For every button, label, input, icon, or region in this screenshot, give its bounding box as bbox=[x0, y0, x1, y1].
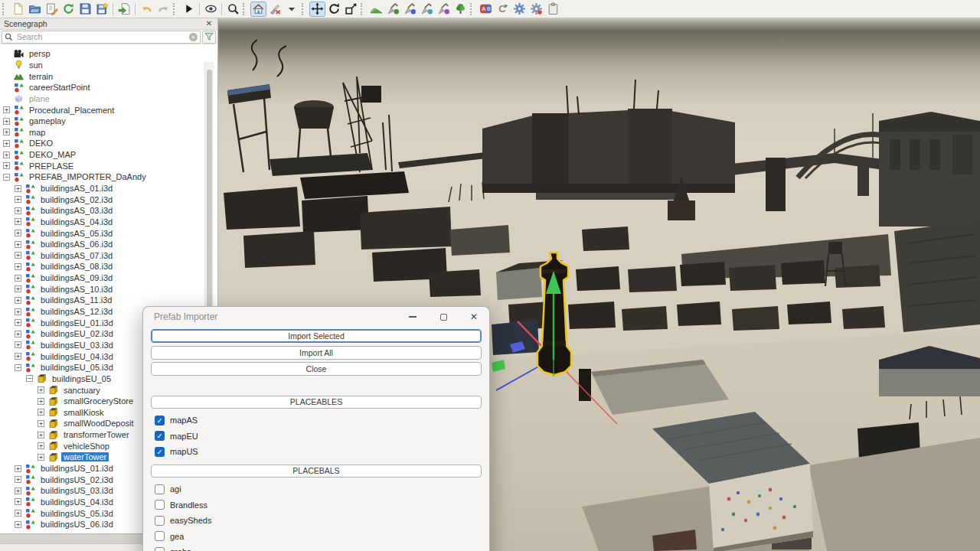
minimize-button[interactable] bbox=[397, 307, 428, 327]
home-camera-button[interactable] bbox=[250, 2, 266, 17]
tree-item-buildingsas-08-i3d[interactable]: +buildingsAS_08.i3d bbox=[0, 261, 217, 272]
foliage-tree-button[interactable] bbox=[452, 2, 469, 17]
collapse-icon[interactable]: − bbox=[3, 174, 10, 181]
expand-icon[interactable]: + bbox=[15, 319, 21, 326]
toolbar-grip[interactable] bbox=[173, 3, 177, 15]
expand-icon[interactable]: + bbox=[15, 476, 21, 483]
checkbox-row-groha[interactable]: groha bbox=[151, 544, 482, 551]
tree-item-deko[interactable]: +DEKO bbox=[0, 138, 217, 149]
tree-item-buildingsas-11-i3d[interactable]: +buildingsAS_11.i3d bbox=[0, 295, 217, 306]
zoom-button[interactable] bbox=[225, 2, 241, 17]
maximize-button[interactable] bbox=[428, 307, 459, 327]
tree-item-careerstartpoint[interactable]: careerStartPoint bbox=[0, 82, 217, 93]
tree-item-buildingsas-10-i3d[interactable]: +buildingsAS_10.i3d bbox=[0, 283, 217, 295]
tree-item-preplase[interactable]: +PREPLASE bbox=[0, 160, 217, 171]
expand-icon[interactable]: + bbox=[15, 285, 21, 292]
expand-icon[interactable]: + bbox=[15, 521, 21, 528]
checkbox-row-agi[interactable]: agi bbox=[151, 481, 482, 497]
checked-checkbox-icon[interactable]: ✓ bbox=[155, 416, 165, 425]
expand-icon[interactable]: + bbox=[15, 341, 21, 348]
expand-icon[interactable]: + bbox=[15, 218, 21, 225]
unchecked-checkbox-icon[interactable] bbox=[155, 484, 165, 494]
checkbox-row-easysheds[interactable]: easySheds bbox=[151, 513, 482, 529]
expand-icon[interactable]: + bbox=[38, 398, 44, 405]
undo-button[interactable] bbox=[139, 2, 155, 17]
no-paint-button[interactable] bbox=[267, 2, 283, 17]
gear-sync-button[interactable] bbox=[511, 2, 528, 17]
expand-icon[interactable]: + bbox=[15, 331, 21, 337]
expand-icon[interactable]: + bbox=[15, 185, 21, 192]
checkbox-row-mapas[interactable]: ✓mapAS bbox=[151, 412, 482, 429]
expand-icon[interactable]: + bbox=[38, 442, 44, 449]
close-button[interactable]: ✕ bbox=[459, 307, 489, 327]
tree-item-sun[interactable]: sun bbox=[0, 60, 217, 71]
unchecked-checkbox-icon[interactable] bbox=[155, 547, 165, 551]
collapse-icon[interactable]: − bbox=[15, 364, 21, 371]
tree-item-map[interactable]: +map bbox=[0, 126, 217, 138]
expand-icon[interactable]: + bbox=[3, 129, 10, 135]
tree-item-persp[interactable]: persp bbox=[0, 48, 217, 60]
import-file-button[interactable] bbox=[116, 2, 132, 17]
move-tool-button[interactable] bbox=[309, 2, 325, 17]
tree-item-buildingsas-07-i3d[interactable]: +buildingsAS_07.i3d bbox=[0, 250, 217, 262]
paste-button[interactable] bbox=[545, 2, 561, 17]
expand-icon[interactable]: + bbox=[15, 196, 21, 203]
tree-item-prefab-importer-daandy[interactable]: −PREFAB_IMPORTER_DaAndy bbox=[0, 171, 217, 183]
close-button[interactable]: Close bbox=[151, 362, 482, 376]
terrain-sculpt-button[interactable] bbox=[368, 2, 384, 17]
toolbar-grip[interactable] bbox=[470, 3, 474, 15]
toolbar-grip[interactable] bbox=[243, 3, 247, 15]
expand-icon[interactable]: + bbox=[15, 297, 21, 304]
expand-icon[interactable]: + bbox=[15, 498, 21, 505]
terrain-paint-purple-button[interactable] bbox=[436, 2, 452, 17]
terrain-paint-blue-button[interactable] bbox=[402, 2, 418, 17]
tree-item-buildingsas-01-i3d[interactable]: +buildingsAS_01.i3d bbox=[0, 183, 217, 194]
unchecked-checkbox-icon[interactable] bbox=[155, 500, 165, 510]
unchecked-checkbox-icon[interactable] bbox=[155, 531, 165, 541]
expand-icon[interactable]: + bbox=[15, 263, 21, 270]
reload-button[interactable] bbox=[60, 2, 77, 17]
expand-icon[interactable]: + bbox=[15, 465, 21, 472]
scenegraph-close-button[interactable]: ✕ bbox=[204, 19, 214, 28]
search-input[interactable] bbox=[15, 31, 187, 42]
gear-settings-button[interactable] bbox=[528, 2, 544, 17]
expand-icon[interactable]: + bbox=[38, 409, 44, 416]
refresh-scripts-button[interactable]: C bbox=[495, 2, 511, 17]
tree-item-procedural-placement[interactable]: +Procedural_Placement bbox=[0, 104, 217, 116]
expand-icon[interactable]: + bbox=[38, 432, 44, 439]
import-selected-button[interactable]: Import Selected bbox=[151, 329, 482, 343]
filter-button[interactable] bbox=[202, 31, 216, 44]
terrain-paint-green-button[interactable] bbox=[385, 2, 401, 17]
expand-icon[interactable]: + bbox=[15, 487, 21, 494]
tree-item-plane[interactable]: plane bbox=[0, 93, 217, 105]
toolbar-grip[interactable] bbox=[361, 3, 364, 15]
import-all-button[interactable]: Import All bbox=[151, 346, 482, 360]
tree-item-gameplay[interactable]: +gameplay bbox=[0, 116, 217, 127]
search-box[interactable]: ✕ bbox=[2, 31, 201, 44]
checkbox-row-mapeu[interactable]: ✓mapEU bbox=[151, 429, 482, 445]
terrain-paint-teal-button[interactable] bbox=[419, 2, 435, 17]
expand-icon[interactable]: + bbox=[15, 241, 21, 248]
tree-item-buildingsas-09-i3d[interactable]: +buildingsAS_09.i3d bbox=[0, 272, 217, 284]
expand-icon[interactable]: + bbox=[3, 140, 10, 147]
tree-item-buildingsas-03-i3d[interactable]: +buildingsAS_03.i3d bbox=[0, 205, 217, 217]
expand-icon[interactable]: + bbox=[38, 420, 44, 427]
dropdown-arrow-button[interactable] bbox=[284, 2, 300, 17]
checkbox-row-gea[interactable]: gea bbox=[151, 529, 482, 545]
expand-icon[interactable]: + bbox=[15, 308, 21, 315]
visibility-button[interactable] bbox=[203, 2, 219, 17]
expand-icon[interactable]: + bbox=[15, 207, 21, 214]
expand-icon[interactable]: + bbox=[3, 106, 10, 113]
save-as-button[interactable] bbox=[94, 2, 110, 17]
edit-script-button[interactable] bbox=[44, 2, 60, 17]
new-file-button[interactable] bbox=[10, 2, 26, 17]
tree-item-buildingsas-04-i3d[interactable]: +buildingsAS_04.i3d bbox=[0, 217, 217, 228]
expand-icon[interactable]: + bbox=[38, 454, 44, 461]
expand-icon[interactable]: + bbox=[15, 353, 21, 360]
checkbox-row-brandless[interactable]: Brandless bbox=[151, 497, 482, 514]
expand-icon[interactable]: + bbox=[15, 252, 21, 259]
toolbar-grip[interactable] bbox=[2, 3, 6, 15]
clear-search-button[interactable]: ✕ bbox=[189, 33, 198, 41]
expand-icon[interactable]: + bbox=[3, 152, 10, 158]
play-button[interactable] bbox=[181, 2, 197, 17]
